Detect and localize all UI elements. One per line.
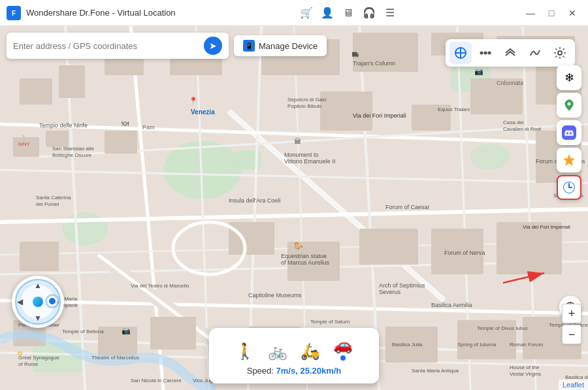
compass-down[interactable]: ▼ [34,314,42,323]
svg-text:Great Synagogue: Great Synagogue [18,355,59,361]
user-icon-btn[interactable]: 👤 [319,5,336,22]
svg-text:Forum of Caesar: Forum of Caesar [385,204,430,210]
svg-text:Vestal Virgins: Vestal Virgins [510,371,541,377]
svg-point-127 [480,52,483,55]
car-icon: 🚗 [333,336,353,354]
main-content: Church of the Gesù Torre delle Milizie T… [0,26,588,390]
svg-text:F: F [12,10,16,17]
settings-button[interactable] [549,42,571,64]
svg-line-143 [503,273,544,283]
svg-text:🍴: 🍴 [21,134,27,140]
svg-text:Via del Teatro di Marcello: Via del Teatro di Marcello [131,283,189,289]
svg-text:Cavalieri di Rodi: Cavalieri di Rodi [503,126,541,132]
svg-text:Via dei Fori Imperiali: Via dei Fori Imperiali [523,224,570,230]
svg-text:Equus Traiani: Equus Traiani [438,106,470,112]
svg-text:Casa dei: Casa dei [503,120,524,125]
svg-text:Colonnata: Colonnata [497,80,523,86]
zoom-in-button[interactable]: + [562,304,581,323]
manage-device-icon: 📱 [243,40,255,52]
minimize-button[interactable]: — [521,4,540,22]
title-bar-header-icons: 🛒 👤 🖥 🎧 ☰ [298,5,399,22]
svg-text:of Marcus Aurelius: of Marcus Aurelius [281,259,330,266]
app-icon: F [7,6,21,20]
svg-text:Basilica Aemilia: Basilica Aemilia [431,302,472,308]
map-area[interactable]: Church of the Gesù Torre delle Milizie T… [0,26,588,390]
close-button[interactable]: ✕ [563,4,581,22]
speed-value: 7m/s, 25.20km/h [276,366,342,376]
car-mode[interactable]: 🚗 [333,336,353,361]
speed-label: Speed: [247,366,274,376]
top-bar: ➤ 📱 Manage Device [7,33,581,59]
svg-text:🐎: 🐎 [294,241,303,250]
star-button[interactable] [557,148,581,172]
search-box: ➤ [7,33,229,59]
svg-text:Venezia: Venezia [191,108,215,116]
svg-text:Pam: Pam [142,124,155,131]
svg-rect-30 [20,78,52,105]
svg-text:Capitoline Museums: Capitoline Museums [248,292,302,299]
leaflet-link[interactable]: Leaflet [563,381,584,389]
title-bar: F Wondershare Dr.Fone - Virtual Location… [0,0,588,26]
compass-left[interactable]: ◀ [17,297,23,306]
svg-rect-47 [229,222,274,255]
snowflake-button[interactable]: ❄ [557,65,581,90]
manage-device-button[interactable]: 📱 Manage Device [234,35,327,56]
manage-device-label: Manage Device [259,41,318,51]
svg-text:📍: 📍 [189,96,198,105]
svg-text:Temple of Divus Iulius: Temple of Divus Iulius [477,325,528,331]
walk-mode[interactable]: 🚶 [235,342,255,361]
svg-rect-41 [320,91,372,131]
maximize-button[interactable]: □ [542,4,561,22]
svg-rect-54 [150,317,196,349]
svg-text:Via dei Fori Imperiali: Via dei Fori Imperiali [353,112,406,119]
svg-text:🍽: 🍽 [122,120,129,127]
svg-point-128 [484,52,487,55]
bike-icon: 🚲 [268,342,287,361]
mode-toolbar [446,39,575,67]
cart-icon-btn[interactable]: 🛒 [298,5,315,22]
svg-text:🏛: 🏛 [294,137,301,145]
scooter-mode[interactable]: 🛵 [301,342,320,361]
svg-text:Insula dell'Ara Coeli: Insula dell'Ara Coeli [229,197,280,204]
title-bar-left: F Wondershare Dr.Fone - Virtual Location [7,6,176,20]
search-input[interactable] [13,41,199,51]
jump-teleport-mode-button[interactable] [499,42,521,64]
svg-text:Poplicio Bibulo: Poplicio Bibulo [287,103,322,109]
teleport-mode-button[interactable] [449,42,472,64]
headphone-icon-btn[interactable]: 🎧 [361,5,378,22]
curved-route-button[interactable] [524,42,546,64]
bike-mode[interactable]: 🚲 [268,342,287,361]
red-arrow [500,267,552,286]
discord-button[interactable] [557,120,581,145]
svg-point-133 [568,103,571,106]
svg-text:Theatre of Marcellus: Theatre of Marcellus [91,355,139,361]
svg-point-136 [570,133,572,135]
svg-rect-39 [46,131,69,147]
location-dot [47,296,57,306]
speed-panel: 🚶 🚲 🛵 🚗 Speed: 7m/s, 25.20km/h [209,328,379,383]
app-title: Wondershare Dr.Fone - Virtual Location [26,8,176,18]
svg-text:Sepolcro di Gaio: Sepolcro di Gaio [287,97,327,103]
maps-button[interactable] [557,93,581,118]
svg-text:Spring of Iuturna: Spring of Iuturna [457,342,497,348]
svg-point-129 [488,52,491,55]
menu-icon-btn[interactable]: ☰ [382,5,399,22]
multi-stop-mode-button[interactable] [474,42,497,64]
svg-text:of Rome: of Rome [18,361,39,367]
speed-display: Speed: 7m/s, 25.20km/h [225,366,363,376]
svg-rect-49 [359,229,418,265]
svg-point-8 [470,144,510,170]
svg-text:Santa Caterina: Santa Caterina [36,195,71,201]
transport-mode-icons: 🚶 🚲 🛵 🚗 [225,336,363,361]
svg-text:Arch of Septimius: Arch of Septimius [379,282,425,289]
clock-button[interactable] [557,175,581,200]
zoom-out-button[interactable]: − [562,325,581,344]
svg-text:dei Funari: dei Funari [36,201,59,207]
svg-text:Trajan's Column: Trajan's Column [353,60,395,67]
compass-up[interactable]: ▲ [34,281,42,290]
screen-icon-btn[interactable]: 🖥 [340,5,357,22]
svg-text:Forum of Nerva: Forum of Nerva [444,250,485,256]
svg-text:📷: 📷 [122,326,131,335]
svg-text:Monument to: Monument to [284,152,319,158]
navigate-button[interactable]: ➤ [204,37,222,55]
